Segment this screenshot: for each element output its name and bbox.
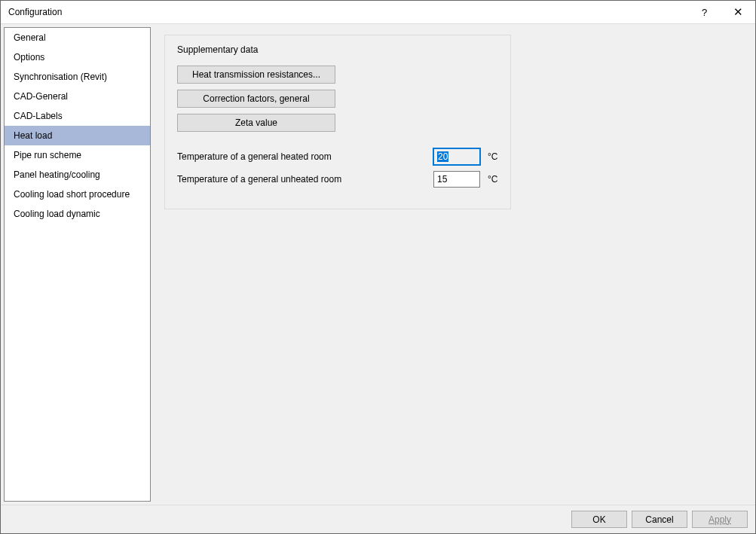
sidebar-item-options[interactable]: Options xyxy=(5,47,150,67)
sidebar-item-general[interactable]: General xyxy=(5,28,150,47)
heated-room-input[interactable]: 20 xyxy=(433,148,480,165)
zeta-value-button[interactable]: Zeta value xyxy=(177,114,335,132)
heated-room-label: Temperature of a general heated room xyxy=(177,151,433,162)
heated-room-unit: °C xyxy=(488,151,497,162)
titlebar: Configuration ? ✕ xyxy=(1,1,755,23)
config-dialog: Configuration ? ✕ General Options Synchr… xyxy=(0,0,756,534)
sidebar-item-sync-revit[interactable]: Synchronisation (Revit) xyxy=(5,67,150,87)
dialog-footer: OK Cancel Apply xyxy=(1,505,755,533)
correction-factors-button[interactable]: Correction factors, general xyxy=(177,90,335,108)
main-panel: Supplementary data Heat transmission res… xyxy=(151,24,755,505)
sidebar-item-cad-labels[interactable]: CAD-Labels xyxy=(5,106,150,126)
group-title: Supplementary data xyxy=(177,44,498,55)
button-stack: Heat transmission resistances... Correct… xyxy=(177,66,498,132)
heat-transmission-button[interactable]: Heat transmission resistances... xyxy=(177,66,335,84)
sidebar: General Options Synchronisation (Revit) … xyxy=(4,27,151,502)
sidebar-item-cooling-dynamic[interactable]: Cooling load dynamic xyxy=(5,204,150,224)
unheated-room-unit: °C xyxy=(488,174,497,185)
ok-button[interactable]: OK xyxy=(571,511,627,528)
heated-room-row: Temperature of a general heated room 20 … xyxy=(177,148,498,165)
sidebar-item-cad-general[interactable]: CAD-General xyxy=(5,87,150,106)
dialog-title: Configuration xyxy=(8,7,687,17)
sidebar-item-pipe-run[interactable]: Pipe run scheme xyxy=(5,145,150,165)
help-button[interactable]: ? xyxy=(687,1,721,23)
sidebar-item-heat-load[interactable]: Heat load xyxy=(5,126,150,145)
supplementary-data-group: Supplementary data Heat transmission res… xyxy=(164,35,511,209)
close-button[interactable]: ✕ xyxy=(721,1,755,23)
sidebar-item-panel-heating[interactable]: Panel heating/cooling xyxy=(5,165,150,185)
dialog-body: General Options Synchronisation (Revit) … xyxy=(1,23,755,505)
unheated-room-row: Temperature of a general unheated room °… xyxy=(177,171,498,188)
cancel-button[interactable]: Cancel xyxy=(632,511,687,528)
sidebar-item-cooling-short[interactable]: Cooling load short procedure xyxy=(5,185,150,204)
heated-room-value: 20 xyxy=(437,151,448,162)
apply-label: Apply xyxy=(709,514,731,525)
apply-button[interactable]: Apply xyxy=(692,511,748,528)
unheated-room-input[interactable] xyxy=(433,171,480,188)
unheated-room-label: Temperature of a general unheated room xyxy=(177,174,433,185)
titlebar-buttons: ? ✕ xyxy=(687,1,755,23)
